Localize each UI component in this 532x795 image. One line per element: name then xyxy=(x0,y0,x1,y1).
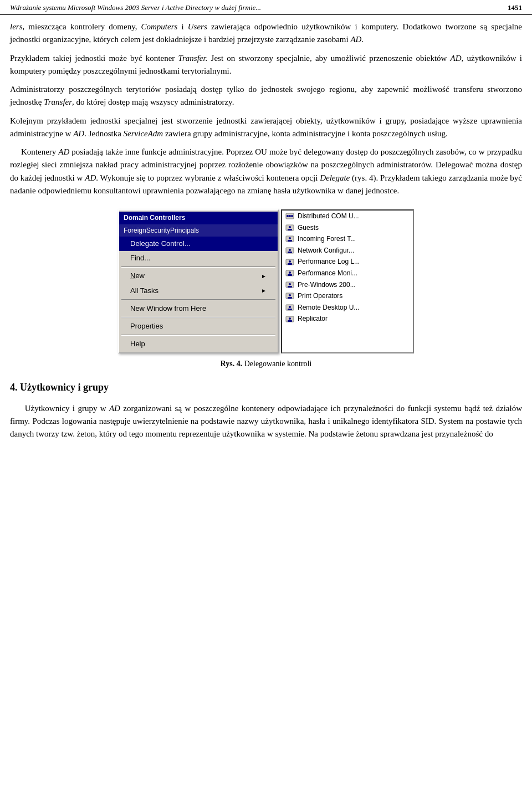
group-print-svg xyxy=(285,291,294,300)
new-arrow-icon: ► xyxy=(261,272,267,281)
group-label-guests: Guests xyxy=(298,223,319,233)
group-replicator-svg xyxy=(285,315,294,324)
svg-rect-9 xyxy=(288,240,292,242)
group-incoming-svg xyxy=(285,234,294,243)
svg-point-8 xyxy=(289,237,291,239)
group-network-svg xyxy=(285,246,294,255)
group-label-network-config: Network Configur... xyxy=(298,245,354,256)
paragraph-3: Administratorzy poszczególnych terytorió… xyxy=(10,83,522,109)
group-label-perf-log: Performance Log L... xyxy=(298,257,360,267)
context-menu-panel: Domain Controllers ForeignSecurityPrinci… xyxy=(118,209,279,353)
group-item-replicator[interactable]: Replicator xyxy=(282,313,413,325)
group-item-incoming-forest[interactable]: Incoming Forest T... xyxy=(282,233,413,245)
separator-2 xyxy=(121,299,275,300)
group-icon-replicator xyxy=(284,315,295,324)
svg-point-3 xyxy=(291,215,293,217)
paragraph-5: Kontenery AD posiadają także inne funkcj… xyxy=(10,146,522,197)
ctx-item-new[interactable]: New ► xyxy=(119,269,278,283)
svg-point-5 xyxy=(289,226,291,228)
svg-rect-30 xyxy=(288,320,292,322)
ctx-item-help[interactable]: Help xyxy=(119,337,278,351)
svg-point-29 xyxy=(289,317,291,320)
ctx-item-new-label: New xyxy=(130,270,145,281)
group-item-pre-windows[interactable]: Pre-Windows 200... xyxy=(282,279,413,291)
group-guests-svg xyxy=(285,223,294,232)
group-item-network-config[interactable]: Network Configur... xyxy=(282,245,413,257)
group-svg-icon xyxy=(285,212,294,220)
section-paragraph-1: Użytkownicy i grupy w AD zorganizowani s… xyxy=(10,402,522,441)
ctx-item-delegate[interactable]: Delegate Control... xyxy=(119,237,278,251)
ctx-item-new-window-label: New Window from Here xyxy=(130,303,206,314)
section-heading: 4. Użytkownicy i grupy xyxy=(10,380,522,396)
group-icon-print-operators xyxy=(284,291,295,300)
svg-rect-12 xyxy=(288,252,292,253)
group-item-distributed-com[interactable]: Distributed COM U... xyxy=(282,211,413,222)
ctx-item-all-tasks-label: All Tasks xyxy=(130,285,158,296)
ctx-item-properties[interactable]: Properties xyxy=(119,319,278,334)
svg-rect-18 xyxy=(288,274,292,276)
group-icon-remote-desktop xyxy=(284,303,295,312)
svg-rect-6 xyxy=(288,229,292,230)
groups-panel: Distributed COM U... Guests xyxy=(281,209,414,353)
paragraph-4: Kolejnym przykładem jednostki specjalnej… xyxy=(10,115,522,141)
separator-4 xyxy=(121,335,275,336)
separator-3 xyxy=(121,317,275,318)
group-perfmoni-svg xyxy=(285,269,294,278)
group-label-pre-windows: Pre-Windows 200... xyxy=(298,280,356,290)
group-label-print-operators: Print Operators xyxy=(298,291,342,301)
section-number: 4. xyxy=(10,382,18,393)
svg-rect-24 xyxy=(288,297,292,299)
group-icon-incoming-forest xyxy=(284,234,295,243)
group-perflog-svg xyxy=(285,258,294,266)
group-icon-distributed-com xyxy=(284,212,295,220)
paragraph-2: Przykładem takiej jednostki może być kon… xyxy=(10,52,522,78)
ctx-item-properties-label: Properties xyxy=(130,321,163,332)
group-item-guests[interactable]: Guests xyxy=(282,222,413,234)
svg-point-20 xyxy=(289,283,291,285)
svg-rect-27 xyxy=(288,309,292,310)
group-icon-perf-moni xyxy=(284,269,295,278)
ctx-item-find[interactable]: Find... xyxy=(119,251,278,265)
svg-rect-15 xyxy=(288,263,292,265)
ctx-item-find-label: Find... xyxy=(130,253,150,264)
svg-point-2 xyxy=(289,215,291,217)
group-remote-svg xyxy=(285,303,294,312)
group-icon-perf-log xyxy=(284,258,295,266)
figure-caption-text: Delegowanie kontroli xyxy=(242,360,311,368)
ctx-item-all-tasks[interactable]: All Tasks ► xyxy=(119,284,278,298)
tree-header: Domain Controllers xyxy=(119,212,278,224)
ctx-item-delegate-label: Delegate Control... xyxy=(130,238,190,249)
section-title: Użytkownicy i grupy xyxy=(18,382,109,393)
page-number: 1451 xyxy=(508,3,522,12)
group-item-remote-desktop[interactable]: Remote Desktop U... xyxy=(282,302,413,314)
page-header: Wdrażanie systemu Microsoft Windows 2003… xyxy=(0,0,532,15)
svg-point-17 xyxy=(289,271,291,274)
tree-subheader: ForeignSecurityPrincipals xyxy=(119,224,278,237)
ctx-item-new-window[interactable]: New Window from Here xyxy=(119,301,278,316)
svg-point-1 xyxy=(287,215,289,217)
ctx-item-help-label: Help xyxy=(130,338,145,350)
group-icon-pre-windows xyxy=(284,280,295,289)
group-label-incoming-forest: Incoming Forest T... xyxy=(298,234,356,244)
group-item-perf-log[interactable]: Performance Log L... xyxy=(282,256,413,268)
group-label-replicator: Replicator xyxy=(298,314,328,324)
svg-point-23 xyxy=(289,294,291,296)
all-tasks-arrow-icon: ► xyxy=(261,286,267,295)
figure-container: Domain Controllers ForeignSecurityPrinci… xyxy=(10,209,522,353)
svg-rect-21 xyxy=(288,286,292,288)
group-label-perf-moni: Performance Moni... xyxy=(298,268,357,279)
group-icon-guests xyxy=(284,223,295,232)
group-icon-network-config xyxy=(284,246,295,255)
group-item-print-operators[interactable]: Print Operators xyxy=(282,290,413,302)
svg-point-11 xyxy=(289,249,291,251)
svg-point-14 xyxy=(289,260,291,263)
separator-1 xyxy=(121,266,275,268)
group-prewin-svg xyxy=(285,280,294,289)
figure-box: Domain Controllers ForeignSecurityPrinci… xyxy=(118,209,414,353)
group-label-distributed-com: Distributed COM U... xyxy=(298,211,359,222)
group-label-remote-desktop: Remote Desktop U... xyxy=(298,302,359,313)
figure-caption: Rys. 4. Delegowanie kontroli xyxy=(10,358,522,370)
page-header-title: Wdrażanie systemu Microsoft Windows 2003… xyxy=(10,3,261,12)
group-item-perf-moni[interactable]: Performance Moni... xyxy=(282,268,413,279)
text-lers: lers xyxy=(10,22,23,31)
